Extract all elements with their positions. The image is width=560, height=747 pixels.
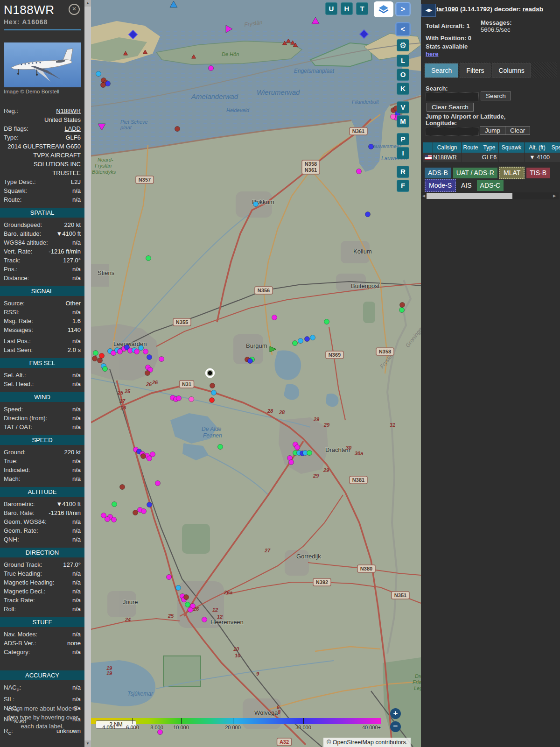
button-u[interactable]: U (325, 2, 337, 15)
aircraft-dot[interactable] (202, 617, 207, 622)
jump-button[interactable]: Jump (480, 126, 505, 135)
aircraft-dot[interactable] (295, 445, 300, 450)
aircraft-dot[interactable] (365, 212, 371, 217)
aircraft-dot[interactable] (369, 144, 374, 149)
button-r[interactable]: R (397, 166, 409, 178)
aircraft-dot[interactable] (210, 398, 215, 403)
aircraft-dot[interactable] (399, 308, 405, 313)
info-value-link[interactable]: N188WR (21, 106, 81, 115)
aircraft-dot[interactable] (147, 355, 152, 360)
panel-toggle-button[interactable]: ◀▶ (421, 4, 436, 17)
map[interactable]: FryslânDe HônEngelsmanplaatAmelanderwadW… (91, 0, 421, 747)
aircraft-dot[interactable] (158, 730, 163, 735)
aircraft-dot[interactable] (141, 454, 146, 459)
aircraft-dot[interactable] (141, 509, 147, 514)
col-header[interactable]: Squawk (499, 142, 524, 153)
layers-button[interactable] (374, 1, 393, 17)
aircraft-dot[interactable] (218, 444, 223, 450)
button-t[interactable]: T (356, 2, 368, 15)
search-button[interactable]: Search (481, 92, 511, 100)
readsb-link[interactable]: readsb (523, 6, 543, 13)
col-header[interactable]: Route (462, 142, 480, 153)
callsign-link[interactable]: N188WR (433, 153, 461, 162)
aircraft-dot[interactable] (112, 517, 117, 522)
aircraft-dot[interactable] (145, 371, 150, 376)
aircraft-dot[interactable] (210, 383, 215, 388)
aircraft-dot[interactable] (112, 502, 117, 507)
col-header[interactable]: Type (480, 142, 498, 153)
table-horizontal-scrollbar[interactable]: ◀ ▶ (421, 192, 559, 199)
aircraft-dot[interactable] (176, 585, 181, 591)
tab-columns[interactable]: Columns (492, 63, 531, 78)
aircraft-photo[interactable] (4, 42, 81, 87)
aircraft-dot[interactable] (357, 169, 362, 174)
scrollbar-thumb[interactable] (427, 193, 512, 199)
scroll-up-icon[interactable]: ▲ (84, 0, 91, 7)
button-m[interactable]: M (397, 115, 409, 127)
aircraft-dot[interactable] (96, 71, 101, 77)
aircraft-dot[interactable] (101, 83, 106, 88)
aircraft-dot[interactable] (189, 397, 194, 402)
col-header[interactable]: Speed (550, 142, 560, 153)
pan-right-button[interactable]: > (395, 2, 411, 16)
aircraft-dot[interactable] (310, 335, 315, 340)
aircraft-dot[interactable] (150, 452, 155, 457)
aircraft-dot[interactable] (105, 517, 110, 522)
settings-gear-icon[interactable]: ⚙ (397, 39, 409, 51)
aircraft-dot[interactable] (105, 81, 111, 86)
aircraft-dot[interactable] (143, 349, 148, 354)
close-icon[interactable]: ✕ (69, 4, 80, 15)
search-input[interactable] (426, 92, 479, 101)
aircraft-dot[interactable] (146, 256, 151, 261)
pan-left-button[interactable]: < (395, 22, 411, 36)
aircraft-dot[interactable] (211, 390, 217, 395)
aircraft-dot[interactable] (99, 353, 105, 359)
aircraft-dot[interactable] (133, 510, 138, 515)
aircraft-dot[interactable] (391, 114, 396, 120)
aircraft-dot[interactable] (324, 319, 329, 324)
col-header[interactable]: Callsign (433, 142, 461, 153)
aircraft-dot[interactable] (176, 396, 182, 401)
sidebar-scrollbar[interactable]: ▲ ▼ (84, 0, 91, 747)
table-row[interactable]: N188WRGLF6▼ 4100 (423, 153, 560, 162)
info-value-link[interactable]: LADD (31, 124, 81, 133)
aircraft-dot[interactable] (155, 481, 161, 486)
aircraft-dot[interactable] (184, 595, 189, 600)
aircraft-dot[interactable] (159, 357, 164, 362)
button-f[interactable]: F (397, 180, 409, 192)
aircraft-dot[interactable] (293, 341, 298, 346)
aircraft-dot[interactable] (92, 356, 98, 361)
scroll-down-icon[interactable]: ▼ (84, 740, 91, 747)
aircraft-dot[interactable] (98, 358, 103, 363)
aircraft-dot[interactable] (167, 575, 172, 580)
aircraft-dot[interactable] (298, 338, 303, 344)
stats-here-link[interactable]: here (426, 50, 438, 57)
jump-input[interactable] (426, 127, 479, 136)
button-v[interactable]: V (397, 101, 409, 113)
aircraft-dot[interactable] (147, 456, 152, 461)
aircraft-dot[interactable] (305, 337, 310, 342)
aircraft-arrow-marker[interactable] (270, 346, 276, 352)
aircraft-dot[interactable] (134, 349, 140, 354)
tab-search[interactable]: Search (425, 63, 458, 78)
tab-filters[interactable]: Filters (460, 63, 490, 78)
aircraft-dot[interactable] (289, 460, 294, 465)
osm-link[interactable]: OpenStreetMap (333, 739, 374, 746)
aircraft-dot[interactable] (103, 366, 108, 372)
zoom-out-button[interactable]: − (390, 721, 401, 732)
aircraft-dot[interactable] (209, 66, 214, 71)
tar1090-link[interactable]: tar1090 (436, 6, 458, 13)
button-p[interactable]: P (397, 133, 409, 145)
clear-search-button[interactable]: Clear Search (427, 103, 474, 112)
col-header[interactable]: Alt. (ft) (525, 142, 550, 153)
aircraft-dot[interactable] (120, 485, 125, 490)
button-l[interactable]: L (397, 55, 409, 67)
zoom-in-button[interactable]: + (390, 708, 401, 719)
selected-aircraft-marker-core[interactable] (208, 371, 212, 375)
scroll-left-icon[interactable]: ◀ (421, 192, 427, 199)
aircraft-dot[interactable] (185, 602, 190, 607)
aircraft-dot[interactable] (93, 351, 98, 356)
aircraft-dot[interactable] (272, 315, 277, 320)
aircraft-dot[interactable] (400, 303, 405, 308)
scroll-right-icon[interactable]: ▶ (552, 192, 557, 199)
